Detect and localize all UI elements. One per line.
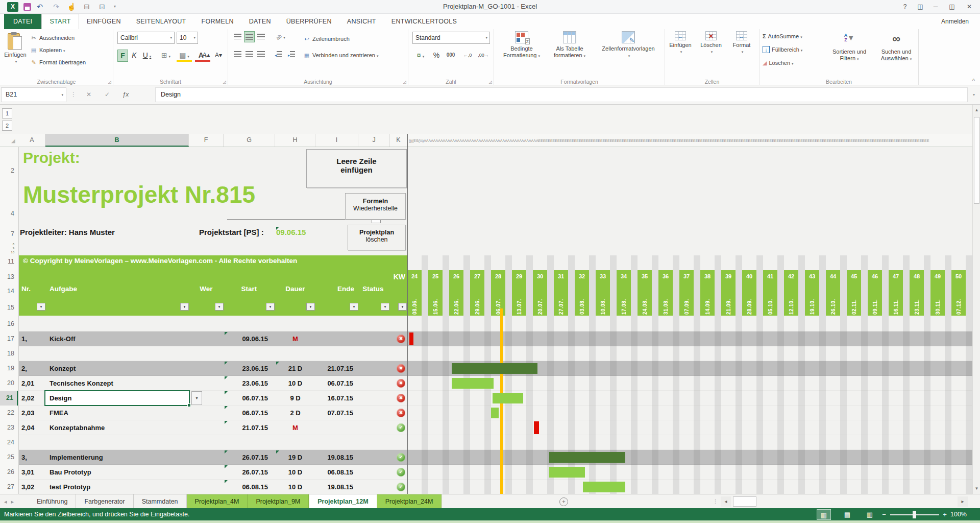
ribbon-tab-einfügen[interactable]: EINFÜGEN [79,14,129,29]
row-header-20[interactable]: 20 [0,376,18,391]
column-header-f[interactable]: F [189,134,224,147]
shrink-font-button[interactable]: A▾ [212,50,225,61]
prev-sheet-icon[interactable]: ◂ [4,498,11,505]
sheet-tab-nav[interactable]: ◂▸ [4,494,18,509]
select-all-corner[interactable]: ◢ [11,138,15,144]
cell-dropdown-icon[interactable]: ▾ [191,391,202,405]
align-top-button[interactable] [232,31,243,42]
ribbon-tab-entwicklertools[interactable]: ENTWICKLERTOOLS [384,14,464,29]
decrease-decimal-button[interactable]: ,00→ [476,50,491,61]
cut-button[interactable]: ✂Ausschneiden [30,32,75,43]
zoom-out-icon[interactable]: − [880,509,888,520]
increase-decimal-button[interactable]: ←,0 [460,50,475,61]
name-box[interactable]: B21▾ [1,87,66,102]
cancel-entry-icon[interactable]: ✕ [81,87,97,102]
align-right-button[interactable] [256,49,266,60]
filter-button-g[interactable]: ▾ [266,303,275,311]
insert-cells-button[interactable]: ← Einfügen▾ [666,31,695,54]
outline-level-1-button[interactable]: 1 [2,108,12,118]
row-header-25[interactable]: 25 [0,450,18,465]
dialog-launcher-clipboard[interactable]: ◿ [108,80,111,84]
add-sheet-button[interactable]: + [559,497,568,506]
sheet-tab-projektplan-4m[interactable]: Projektplan_4M [187,494,248,509]
ribbon-display-options-icon[interactable]: ◫ [913,0,928,13]
row-header-8[interactable]: 8 [0,242,18,246]
decrease-indent-button[interactable]: ◂ [272,49,284,60]
ribbon-tab-formeln[interactable]: FORMELN [194,14,241,29]
selected-cell-aufgabe[interactable]: Design [44,390,190,406]
italic-button[interactable]: K [129,50,139,62]
scroll-down-icon[interactable]: ▼ [973,484,980,493]
row-header-21[interactable]: 21 [0,391,18,406]
ribbon-tab-überprüfen[interactable]: ÜBERPRÜFEN [279,14,339,29]
paste-button[interactable]: Einfügen▾ [3,31,28,64]
sheet-tab-einführung[interactable]: Einführung [29,494,76,509]
font-name-combo[interactable]: Calibri▾ [117,32,175,44]
delete-cells-button[interactable]: ✕ Löschen▾ [697,31,725,54]
borders-button[interactable]: ⊞▾ [158,50,174,62]
zoom-level[interactable]: 100% [950,508,967,520]
filter-button-k[interactable]: ▾ [398,303,407,311]
column-header-i[interactable]: I [315,134,358,147]
close-button[interactable]: ✕ [962,0,977,13]
vertical-scroll-thumb[interactable] [974,117,979,204]
row-header-17[interactable]: 17 [0,331,18,346]
clear-button[interactable]: ◢Löschen▾ [763,57,794,69]
bold-button[interactable]: F [117,50,128,62]
row-header-23[interactable]: 23 [0,420,18,435]
row-header-2[interactable]: 2 [0,164,18,177]
font-color-button[interactable]: A▾ [195,50,210,62]
delete-plan-button[interactable]: Projektplanlöschen [348,225,406,250]
sheet-tab-projektplan-24m[interactable]: Projektplan_24M [377,494,442,509]
collapse-ribbon-icon[interactable]: ^ [972,78,975,84]
find-select-button[interactable]: ∞ Suchen undAuswählen▾ [875,31,918,62]
row-header-10[interactable]: 10 [0,250,18,254]
restore-button[interactable]: ◫ [944,0,960,13]
row-header-4[interactable]: 4 [0,207,18,220]
conditional-formatting-button[interactable]: ≠ Bedingte Formatierung▾ [497,31,546,59]
align-middle-button[interactable] [244,31,255,42]
cell-styles-button[interactable]: ✎ Zellenformatvorlagen ▾ [593,31,664,59]
hscroll-right-icon[interactable]: ▸ [958,496,968,507]
column-header-g[interactable]: G [224,134,275,147]
hscroll-left-icon[interactable]: ◂ [721,496,731,507]
dialog-launcher-alignment[interactable]: ◿ [403,80,406,84]
confirm-entry-icon[interactable]: ✓ [99,87,115,102]
underline-button[interactable]: U▾ [140,50,154,62]
orientation-button[interactable]: ab▾ [272,32,289,43]
row-header-26[interactable]: 26 [0,465,18,480]
column-header-h[interactable]: H [275,134,315,147]
sheet-tab-stammdaten[interactable]: Stammdaten [134,494,187,509]
row-header-27[interactable]: 27 [0,480,18,494]
restore-formulas-button[interactable]: FormelnWiederherstelle [345,193,406,220]
minimize-button[interactable]: ─ [928,0,943,13]
horizontal-scroll-thumb[interactable] [733,496,756,507]
accounting-format-button[interactable]: ¤▾ [412,50,429,61]
fill-color-button[interactable]: ▤▾ [177,50,192,62]
sheet-tab-projektplan-12m[interactable]: Projektplan_12M [309,494,377,509]
formula-input[interactable]: Design [155,87,968,102]
column-header-j[interactable]: J [358,134,390,147]
align-left-button[interactable] [232,49,243,60]
sort-filter-button[interactable]: AZ▼ Sortieren undFiltern▾ [824,31,875,62]
ribbon-tab-datei[interactable]: DATEI [4,14,41,29]
expand-formula-bar-icon[interactable]: ▾ [969,87,978,102]
row-header-14[interactable]: 14 [0,285,18,297]
filter-button-i[interactable]: ▾ [350,303,358,311]
row-header-16[interactable]: 16 [0,317,18,331]
column-header-b[interactable]: B [45,134,189,147]
font-size-combo[interactable]: 10▾ [177,32,198,44]
ribbon-tab-ansicht[interactable]: ANSICHT [339,14,384,29]
percent-style-button[interactable]: % [431,50,442,61]
row-header-9[interactable]: 9 [0,246,18,250]
wrap-text-button[interactable]: ↩Zeilenumbruch [303,33,350,44]
fill-button[interactable]: ↓Füllbereich▾ [763,43,802,56]
row-header-13[interactable]: 13 [0,271,18,283]
align-center-button[interactable] [244,49,255,60]
row-header-18[interactable]: 18 [0,346,18,361]
filter-button-j[interactable]: ▾ [381,303,389,311]
scroll-up-icon[interactable]: ▲ [973,106,980,114]
sign-in-link[interactable]: Anmelden [941,14,969,29]
next-sheet-icon[interactable]: ▸ [11,498,18,505]
number-format-combo[interactable]: Standard▾ [412,32,490,44]
